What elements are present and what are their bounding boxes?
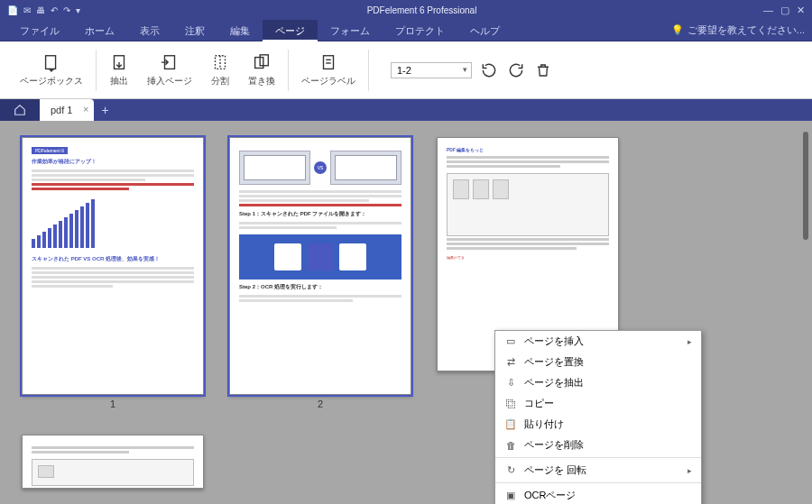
ctx-label: ページを置換	[524, 355, 584, 369]
menu-edit[interactable]: 編集	[217, 20, 263, 41]
rb-split[interactable]: 分割	[201, 53, 239, 87]
page-thumb-2[interactable]: VS Step 1：スキャンされた PDF ファイルを開きます： Step 2：…	[229, 137, 411, 395]
page-number: 1	[110, 399, 115, 409]
menu-page[interactable]: ページ	[263, 20, 318, 41]
app-title: PDFelement 6 Professional	[80, 5, 763, 15]
ctx-label: ページを挿入	[524, 334, 584, 348]
ctx-replace[interactable]: ⇄ページを置換	[495, 352, 701, 372]
menu-view[interactable]: 表示	[127, 20, 172, 41]
rotate-cw-icon[interactable]	[506, 60, 526, 80]
delete-icon[interactable]	[533, 60, 553, 80]
page-box-icon	[42, 53, 61, 73]
ctx-label: 貼り付け	[524, 417, 564, 431]
ctx-rotate[interactable]: ↻ページを 回転▸	[495, 460, 701, 481]
delete-icon: 🗑	[504, 439, 517, 452]
context-menu: ▭ページを挿入▸ ⇄ページを置換 ⇩ページを抽出 ⿻コピー 📋貼り付け 🗑ページ…	[494, 330, 702, 504]
doc-step: Step 2：OCR 処理を実行します：	[239, 283, 401, 291]
separator	[368, 50, 369, 91]
menu-help[interactable]: ヘルプ	[457, 20, 512, 41]
menu-form[interactable]: フォーム	[318, 20, 383, 41]
add-tab-icon[interactable]: +	[101, 103, 108, 117]
insert-icon: ▭	[504, 335, 517, 348]
page-thumb-4[interactable]	[22, 435, 204, 489]
menu-file[interactable]: ファイル	[7, 20, 72, 41]
close-icon[interactable]: ✕	[797, 5, 805, 16]
ctx-paste[interactable]: 📋貼り付け	[495, 414, 701, 435]
rotate-ccw-icon[interactable]	[479, 60, 499, 80]
qa-redo-icon[interactable]: ↷	[63, 5, 70, 15]
rotate-icon: ↻	[504, 464, 517, 477]
separator	[495, 457, 701, 458]
svg-rect-5	[255, 57, 263, 68]
ctx-extract[interactable]: ⇩ページを抽出	[495, 372, 701, 393]
label-icon	[318, 53, 338, 73]
insert-icon	[160, 53, 180, 73]
rb-page-box[interactable]: ページボックス	[11, 53, 92, 87]
qa-mail-icon[interactable]: ✉	[23, 5, 31, 15]
tab-close-icon[interactable]: ×	[83, 104, 88, 115]
tell-me-hint[interactable]: 💡 ご要望を教えてください...	[671, 23, 805, 37]
ctx-label: ページを 回転	[524, 463, 586, 477]
page-thumb-wrap: VS Step 1：スキャンされた PDF ファイルを開きます： Step 2：…	[229, 137, 411, 409]
qa-undo-icon[interactable]: ↶	[51, 5, 58, 15]
copy-icon: ⿻	[504, 398, 517, 410]
tab-bar: pdf 1 × +	[0, 99, 812, 121]
page-range-combo[interactable]: 1-2	[391, 62, 472, 78]
ctx-label: コピー	[524, 397, 554, 410]
submenu-arrow-icon: ▸	[687, 337, 692, 346]
ctx-delete[interactable]: 🗑ページを削除	[495, 435, 701, 455]
minimize-icon[interactable]: —	[763, 5, 773, 16]
separator	[288, 50, 289, 91]
page-thumb-wrap: PDFelement 6 作業効率が格段にアップ！ スキャンされた PDF VS…	[22, 137, 204, 409]
ocr-icon: ▣	[504, 490, 517, 502]
replace-icon	[252, 53, 272, 73]
rb-extract[interactable]: 抽出	[100, 53, 138, 87]
doc-step: Step 1：スキャンされた PDF ファイルを開きます：	[239, 210, 401, 218]
separator	[96, 50, 97, 91]
rb-label: 置き換	[248, 75, 275, 87]
rb-replace[interactable]: 置き換	[239, 53, 284, 87]
rb-label: ページラベル	[301, 75, 355, 87]
ctx-copy[interactable]: ⿻コピー	[495, 393, 701, 414]
scrollbar[interactable]	[803, 132, 808, 240]
ctx-label: ページを削除	[524, 438, 584, 452]
rb-page-label[interactable]: ページラベル	[292, 53, 364, 87]
tell-me-text: ご要望を教えてください...	[687, 23, 805, 37]
page-thumb-wrap	[22, 435, 204, 489]
doc-heading: 作業効率が格段にアップ！	[32, 158, 194, 166]
page-number: 2	[318, 399, 323, 409]
menu-home[interactable]: ホーム	[72, 20, 127, 41]
title-bar: 📄 ✉ 🖶 ↶ ↷ ▾ PDFelement 6 Professional — …	[0, 0, 812, 20]
ctx-label: ページを抽出	[524, 376, 584, 389]
rb-label: 抽出	[110, 75, 128, 87]
qa-print-icon[interactable]: 🖶	[36, 5, 45, 15]
extract-icon	[109, 53, 129, 73]
document-tab[interactable]: pdf 1 ×	[40, 99, 94, 121]
ctx-insert[interactable]: ▭ページを挿入▸	[495, 331, 701, 352]
paste-icon: 📋	[504, 418, 517, 431]
rb-label: 挿入ページ	[147, 75, 192, 87]
split-icon	[210, 53, 230, 73]
maximize-icon[interactable]: ▢	[780, 5, 789, 16]
menu-bar: ファイル ホーム 表示 注釈 編集 ページ フォーム プロテクト ヘルプ 💡 ご…	[0, 20, 812, 41]
ctx-ocr[interactable]: ▣OCRページ	[495, 485, 701, 504]
tab-title: pdf 1	[51, 105, 72, 115]
svg-rect-7	[324, 55, 334, 69]
work-area: PDFelement 6 作業効率が格段にアップ！ スキャンされた PDF VS…	[0, 121, 812, 504]
menu-protect[interactable]: プロテクト	[383, 20, 457, 41]
rb-insert[interactable]: 挿入ページ	[138, 53, 201, 87]
submenu-arrow-icon: ▸	[687, 466, 692, 475]
rb-label: ページボックス	[20, 75, 83, 87]
home-tab[interactable]	[0, 99, 40, 121]
extract-icon: ⇩	[504, 377, 517, 389]
qa-save-icon[interactable]: 📄	[7, 5, 18, 15]
doc-heading: スキャンされた PDF VS OCR 処理後、効果を実感！	[32, 255, 194, 263]
ctx-label: OCRページ	[524, 489, 576, 502]
menu-comment[interactable]: 注釈	[172, 20, 217, 41]
doc-tag: PDFelement 6	[32, 147, 68, 154]
replace-icon: ⇄	[504, 356, 517, 369]
page-thumb-1[interactable]: PDFelement 6 作業効率が格段にアップ！ スキャンされた PDF VS…	[22, 137, 204, 395]
separator	[495, 482, 701, 483]
svg-rect-6	[260, 54, 268, 65]
rb-label: 分割	[211, 75, 229, 87]
